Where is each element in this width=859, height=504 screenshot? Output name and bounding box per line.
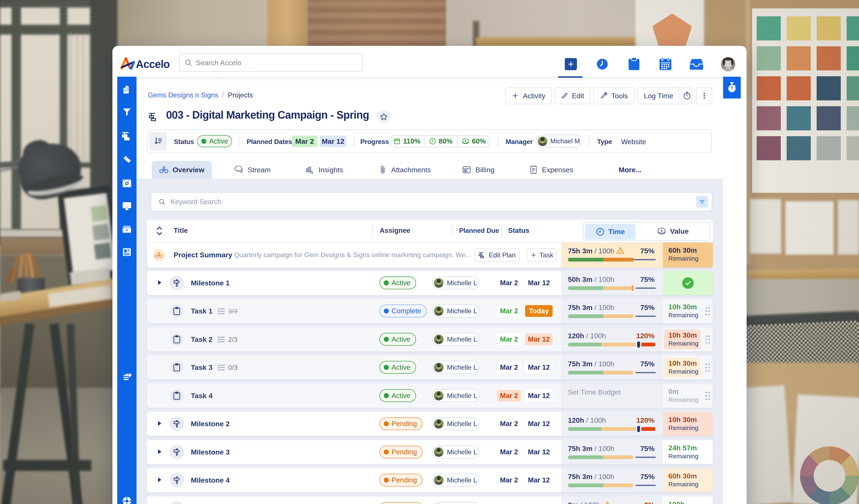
svg-text:Accelo: Accelo: [136, 58, 170, 70]
